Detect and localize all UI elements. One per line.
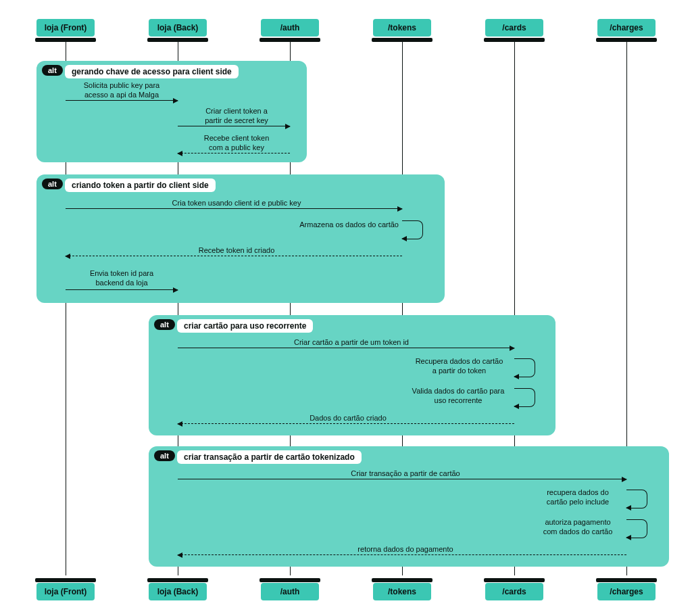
loop-text: Armazena os dados do cartão — [297, 220, 399, 230]
actor-cards-top: /cards — [485, 19, 543, 37]
alt-title-4: criar transação a partir de cartão token… — [177, 450, 362, 464]
alt-pill: alt — [154, 319, 175, 330]
msg-text: Criar transação a partir de cartão — [338, 469, 473, 479]
msg-front-to-back-2 — [66, 289, 178, 290]
msg-back-to-charges — [178, 479, 626, 479]
msg-text: Recebe client token com a public key — [196, 134, 277, 153]
selfmsg-cards-recover — [514, 358, 535, 377]
selfmsg-tokens-store — [402, 220, 423, 239]
alt-title-2: criando token a partir do client side — [65, 179, 216, 192]
actor-underline — [260, 38, 320, 42]
alt-title-3: criar cartão para uso recorrente — [177, 319, 313, 333]
msg-text: Recebe token id criado — [182, 246, 291, 256]
msg-back-to-auth — [178, 126, 290, 126]
actor-underline — [147, 578, 208, 582]
actor-cards-bot: /cards — [485, 583, 543, 600]
actor-underline — [35, 578, 96, 582]
msg-text: Solicita public key para acesso a api da… — [74, 81, 169, 100]
actor-back-top: loja (Back) — [149, 19, 207, 37]
loop-text: Valida dados do cartão para uso recorren… — [404, 387, 512, 406]
msg-tokens-to-front — [66, 256, 402, 256]
actor-front-bot: loja (Front) — [36, 583, 95, 600]
msg-auth-to-back — [178, 153, 290, 153]
msg-text: Dados do cartão criado — [297, 414, 399, 423]
msg-text: retorna dados do pagamento — [345, 545, 466, 554]
alt-title-1: gerando chave de acesso para client side — [65, 65, 239, 78]
actor-underline — [484, 578, 545, 582]
loop-text: recupera dados do cartão pelo include — [534, 488, 622, 507]
actor-underline — [35, 38, 96, 42]
actor-charges-bot: /charges — [597, 583, 656, 600]
actor-front-top: loja (Front) — [36, 19, 95, 37]
alt-pill: alt — [42, 65, 63, 76]
selfmsg-charges-recover — [626, 490, 647, 508]
msg-text: Criar client token a partir de secret ke… — [196, 107, 277, 126]
msg-text: Criar cartão a partir de um token id — [284, 338, 419, 348]
msg-text: Cria token usando client id e public key — [162, 199, 311, 208]
actor-underline — [147, 38, 208, 42]
actor-charges-top: /charges — [597, 19, 656, 37]
actor-underline — [596, 578, 657, 582]
msg-back-to-cards — [178, 348, 514, 348]
actor-underline — [372, 578, 432, 582]
loop-text: Recupera dados do cartão a partir do tok… — [407, 357, 512, 376]
actor-tokens-bot: /tokens — [373, 583, 431, 600]
alt-pill: alt — [154, 450, 175, 461]
alt-pill: alt — [42, 179, 63, 189]
selfmsg-charges-auth — [626, 519, 647, 538]
msg-front-to-back — [66, 100, 178, 101]
msg-text: Envia token id para backend da loja — [78, 269, 166, 288]
msg-charges-to-back — [178, 554, 626, 555]
selfmsg-cards-validate — [514, 388, 535, 407]
msg-cards-to-back — [178, 423, 514, 424]
actor-auth-top: /auth — [261, 19, 319, 37]
actor-back-bot: loja (Back) — [149, 583, 207, 600]
msg-front-to-tokens — [66, 208, 402, 209]
sequence-diagram: loja (Front) loja (Back) /auth /tokens /… — [0, 0, 692, 616]
actor-underline — [372, 38, 432, 42]
actor-tokens-top: /tokens — [373, 19, 431, 37]
actor-underline — [596, 38, 657, 42]
actor-underline — [260, 578, 320, 582]
actor-underline — [484, 38, 545, 42]
loop-text: autoriza pagamento com dados do cartão — [534, 518, 622, 537]
actor-auth-bot: /auth — [261, 583, 319, 600]
